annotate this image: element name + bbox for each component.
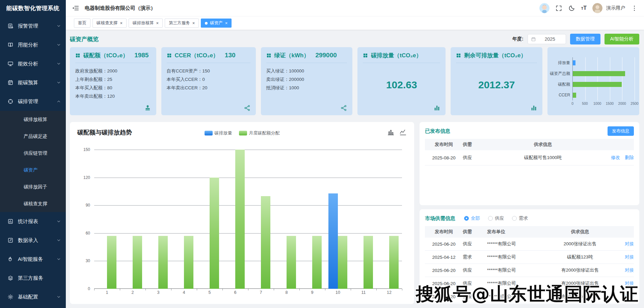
market-row-1: 2025-04-12需求******有限公司碳配额123吨对接 bbox=[425, 251, 634, 264]
sidebar-subitem-4[interactable]: 碳排放因子 bbox=[0, 178, 66, 195]
radio-0[interactable]: 全部 bbox=[464, 215, 480, 221]
allocation-bar[interactable] bbox=[389, 236, 399, 289]
sidebar-subitem-0[interactable]: 碳排放核算 bbox=[0, 111, 66, 128]
kpi-card-title: 碳排放量（tCO₂e） bbox=[371, 52, 422, 59]
allocation-bar[interactable] bbox=[158, 236, 168, 289]
edit-link[interactable]: 修改 bbox=[611, 155, 620, 160]
published-info: 碳配额可售1000吨 bbox=[487, 155, 599, 161]
published-title: 已发布信息 bbox=[425, 128, 450, 134]
tab-1[interactable]: 碳核查支撑× bbox=[92, 19, 127, 28]
tab-label: 第三方服务 bbox=[169, 20, 190, 26]
sidebar-item-label: 数据录入 bbox=[18, 237, 56, 244]
sidebar-item-4[interactable]: 碳排管理 bbox=[0, 92, 66, 111]
month-group-5 bbox=[197, 150, 222, 289]
radio-label: 供应 bbox=[495, 215, 504, 221]
sidebar-item-6[interactable]: 数据录入 bbox=[0, 231, 66, 250]
grid-icon bbox=[167, 53, 172, 58]
kpi-card-header: 碳配额（tCO₂e）1985 bbox=[75, 52, 151, 63]
tab-2[interactable]: 碳排放核算× bbox=[129, 19, 163, 28]
mini-xtick-label: 0 bbox=[571, 101, 573, 105]
kpi-card-4: 剩余可排放量（tCO₂e）2012.37 bbox=[451, 47, 542, 115]
mini-chart-card: 排放量碳资产总额碳配额CCER 05001000150020002500 bbox=[547, 47, 639, 115]
allocation-bar[interactable] bbox=[210, 178, 219, 289]
month-group-2 bbox=[120, 150, 145, 289]
close-icon[interactable]: × bbox=[156, 21, 159, 25]
third-party-icon bbox=[7, 275, 14, 281]
allocation-bar[interactable] bbox=[261, 196, 270, 289]
emission-bar[interactable] bbox=[328, 193, 338, 289]
sidebar-subitem-5[interactable]: 碳核查支撑 bbox=[0, 195, 66, 212]
font-size-icon[interactable]: TT bbox=[581, 5, 587, 11]
sidebar-item-0[interactable]: 报警管理 bbox=[0, 17, 66, 35]
cartoon-avatar[interactable] bbox=[539, 3, 549, 13]
allocation-bar[interactable] bbox=[312, 236, 322, 289]
line-type-icon[interactable] bbox=[399, 129, 407, 136]
radio-1[interactable]: 供应 bbox=[488, 215, 504, 221]
kpi-card-value: 130 bbox=[225, 52, 236, 59]
tab-3[interactable]: 第三方服务× bbox=[165, 19, 199, 28]
sidebar-subitem-3[interactable]: 碳资产 bbox=[0, 161, 66, 178]
connect-link[interactable]: 对接 bbox=[625, 254, 634, 259]
allocation-bar[interactable] bbox=[133, 236, 142, 289]
connect-link[interactable]: 对接 bbox=[625, 281, 634, 286]
tab-0[interactable]: 首页 bbox=[74, 19, 90, 28]
grid-icon bbox=[75, 53, 80, 58]
trend-chart-card: 碳配额与碳排放趋势 碳排放量月度碳配额分配 0306090120150 1234… bbox=[70, 122, 414, 304]
close-icon[interactable]: × bbox=[225, 21, 228, 25]
delete-link[interactable]: 删除 bbox=[625, 155, 634, 160]
sidebar-item-1[interactable]: 用能分析 bbox=[0, 35, 66, 54]
fullscreen-icon[interactable] bbox=[555, 5, 562, 12]
more-icon[interactable] bbox=[631, 5, 638, 12]
data-manage-button[interactable]: 数据管理 bbox=[570, 34, 600, 44]
allocation-bar[interactable] bbox=[338, 236, 347, 289]
bar-type-icon[interactable] bbox=[387, 129, 395, 136]
xtick-label: 8 bbox=[274, 290, 299, 295]
allocation-bar[interactable] bbox=[287, 236, 296, 289]
budget-icon bbox=[7, 80, 14, 86]
chevron-down-icon bbox=[56, 61, 61, 66]
grid-icon bbox=[456, 53, 461, 58]
kpi-line: 本年买入CCER：0 bbox=[167, 75, 250, 84]
ai-analysis-button[interactable]: AI智能分析 bbox=[605, 34, 639, 44]
close-icon[interactable]: × bbox=[192, 21, 195, 25]
allocation-bar[interactable] bbox=[184, 236, 193, 289]
chevron-down-icon bbox=[56, 42, 61, 47]
sidebar-item-9[interactable]: 基础配置 bbox=[0, 287, 66, 306]
user-avatar[interactable] bbox=[592, 3, 602, 13]
allocation-bar[interactable] bbox=[107, 236, 116, 289]
month-group-1 bbox=[94, 150, 120, 289]
mini-bar-label: 排放量 bbox=[558, 60, 570, 66]
bar-pair bbox=[133, 236, 142, 289]
market-info: 有2000张绿证出售 bbox=[545, 280, 615, 286]
sidebar-item-3[interactable]: 能碳预算 bbox=[0, 73, 66, 92]
ytick-label: 0 bbox=[88, 286, 90, 291]
chevron-up-icon bbox=[56, 99, 61, 104]
dark-mode-icon[interactable] bbox=[568, 5, 575, 12]
efficiency-icon bbox=[7, 61, 14, 67]
sidebar-subitem-2[interactable]: 供应链管理 bbox=[0, 145, 66, 161]
connect-link[interactable]: 对接 bbox=[625, 268, 634, 273]
allocation-bar[interactable] bbox=[235, 150, 245, 289]
year-input[interactable]: 2025 bbox=[528, 34, 566, 44]
menu-fold-icon[interactable] bbox=[72, 4, 79, 12]
sidebar-item-5[interactable]: 统计报表 bbox=[0, 212, 66, 231]
tab-4[interactable]: 碳资产× bbox=[201, 19, 232, 28]
tab-label: 碳资产 bbox=[210, 20, 223, 26]
close-icon[interactable]: × bbox=[120, 21, 123, 25]
bottom-row: 碳配额与碳排放趋势 碳排放量月度碳配额分配 0306090120150 1234… bbox=[70, 122, 639, 304]
connect-link[interactable]: 对接 bbox=[625, 294, 634, 299]
sidebar-item-7[interactable]: AI智能服务 bbox=[0, 250, 66, 269]
market-row-5: 2025-06-20供应******有限公司有2000张绿证出售对接 bbox=[425, 303, 634, 304]
sidebar-subitem-1[interactable]: 产品碳足迹 bbox=[0, 128, 66, 145]
content: 碳资产概览 年度: 2025 数据管理 AI智能分析 碳配额（tCO₂e）198… bbox=[66, 30, 644, 308]
sidebar-item-8[interactable]: 第三方服务 bbox=[0, 269, 66, 287]
connect-link[interactable]: 对接 bbox=[625, 241, 634, 246]
publish-button[interactable]: 发布信息 bbox=[608, 126, 634, 136]
allocation-bar[interactable] bbox=[364, 236, 373, 289]
axis-tick bbox=[120, 289, 120, 290]
sidebar-item-2[interactable]: 能效分析 bbox=[0, 54, 66, 73]
published-row-0: 2025-08-20供应碳配额可售1000吨修改删除 bbox=[425, 150, 634, 165]
ytick-label: 30 bbox=[86, 258, 90, 263]
mini-bar-label: 碳资产总额 bbox=[550, 71, 570, 76]
radio-2[interactable]: 需求 bbox=[512, 215, 528, 221]
